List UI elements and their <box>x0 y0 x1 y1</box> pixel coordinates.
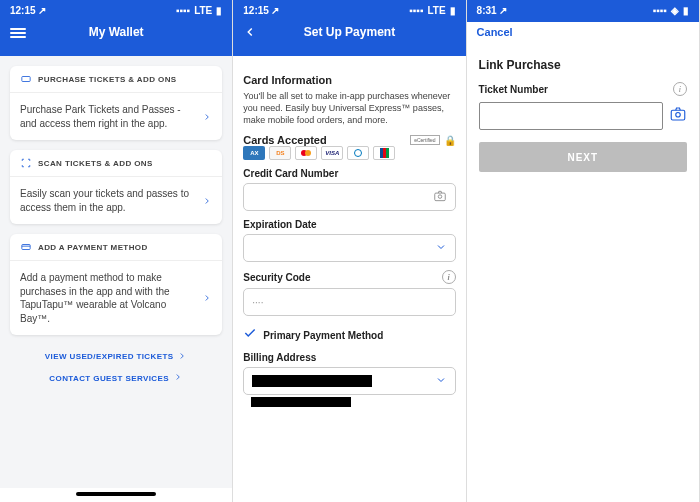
location-icon: ↗ <box>499 5 507 16</box>
cc-label: Credit Card Number <box>243 168 338 179</box>
screen-set-up-payment: 12:15↗ ▪▪▪▪LTE▮ Set Up Payment Card Info… <box>233 0 466 502</box>
chevron-right-icon <box>202 108 212 126</box>
view-expired-link[interactable]: VIEW USED/EXPIRED TICKETS <box>45 347 188 367</box>
scan-icon <box>20 158 32 168</box>
status-bar: 8:31↗ ▪▪▪▪◈▮ <box>467 0 699 18</box>
page-title: My Wallet <box>89 25 144 39</box>
content: Link Purchase Ticket Number i NEXT <box>467 42 699 182</box>
lock-icon: 🔒 <box>444 135 456 146</box>
primary-label: Primary Payment Method <box>263 330 383 341</box>
discover-icon: DS <box>269 146 291 160</box>
status-bar: 12:15↗ ▪▪▪▪LTE▮ <box>233 0 465 18</box>
content: Card Information You'll be all set to ma… <box>233 56 465 502</box>
exp-input[interactable] <box>243 234 455 262</box>
ticket-number-input[interactable] <box>479 102 663 130</box>
signal-icon: ▪▪▪▪ <box>409 5 423 16</box>
sec-input[interactable]: ···· <box>243 288 455 316</box>
card-title: SCAN TICKETS & ADD ONS <box>38 159 153 168</box>
battery-icon: ▮ <box>450 5 456 16</box>
wifi-icon: ◈ <box>671 5 679 16</box>
svg-rect-3 <box>434 194 445 202</box>
battery-icon: ▮ <box>216 5 222 16</box>
status-time: 8:31 <box>477 5 497 16</box>
svg-rect-0 <box>22 77 30 82</box>
card-desc: Add a payment method to make purchases i… <box>20 271 196 325</box>
primary-payment-checkbox[interactable]: Primary Payment Method <box>243 326 455 344</box>
page-title: Link Purchase <box>479 58 687 72</box>
status-time: 12:15 <box>243 5 269 16</box>
section-title: Card Information <box>243 74 455 86</box>
network-label: LTE <box>194 5 212 16</box>
redacted-text <box>252 375 372 387</box>
mastercard-icon <box>295 146 317 160</box>
header: 12:15↗ ▪▪▪▪LTE▮ My Wallet <box>0 0 232 56</box>
svg-rect-1 <box>22 245 30 250</box>
signal-icon: ▪▪▪▪ <box>176 5 190 16</box>
signal-icon: ▪▪▪▪ <box>653 5 667 16</box>
card-add-payment[interactable]: ADD A PAYMENT METHOD Add a payment metho… <box>10 234 222 335</box>
screen-link-purchase: 8:31↗ ▪▪▪▪◈▮ Cancel Link Purchase Ticket… <box>467 0 700 502</box>
section-desc: You'll be all set to make in-app purchas… <box>243 90 455 126</box>
jcb-icon <box>373 146 395 160</box>
home-indicator[interactable] <box>76 492 156 496</box>
card-purchase-tickets[interactable]: PURCHASE TICKETS & ADD ONS Purchase Park… <box>10 66 222 140</box>
redacted-text <box>251 397 351 407</box>
chevron-right-icon <box>173 372 183 384</box>
location-icon: ↗ <box>38 5 46 16</box>
card-desc: Purchase Park Tickets and Passes - and a… <box>20 103 196 130</box>
visa-icon: VISA <box>321 146 343 160</box>
ticket-icon <box>20 74 32 84</box>
status-time: 12:15 <box>10 5 36 16</box>
chevron-right-icon <box>202 289 212 307</box>
info-icon[interactable]: i <box>673 82 687 96</box>
cancel-button[interactable]: Cancel <box>477 26 513 38</box>
back-button[interactable] <box>243 25 257 39</box>
certified-badge: eCertified <box>410 135 439 145</box>
status-bar: 12:15↗ ▪▪▪▪LTE▮ <box>0 0 232 18</box>
svg-point-6 <box>676 113 681 118</box>
billing-select[interactable] <box>243 367 455 395</box>
cards-accepted-label: Cards Accepted <box>243 134 326 146</box>
cc-input[interactable] <box>243 183 455 211</box>
content: PURCHASE TICKETS & ADD ONS Purchase Park… <box>0 56 232 488</box>
contact-services-link[interactable]: CONTACT GUEST SERVICES <box>49 368 183 388</box>
battery-icon: ▮ <box>683 5 689 16</box>
billing-label: Billing Address <box>243 352 316 363</box>
screen-my-wallet: 12:15↗ ▪▪▪▪LTE▮ My Wallet PURCHASE TICKE… <box>0 0 233 502</box>
header: 12:15↗ ▪▪▪▪LTE▮ Set Up Payment <box>233 0 465 56</box>
card-icon <box>20 242 32 252</box>
card-scan-tickets[interactable]: SCAN TICKETS & ADD ONS Easily scan your … <box>10 150 222 224</box>
location-icon: ↗ <box>271 5 279 16</box>
sec-label: Security Code <box>243 272 310 283</box>
network-label: LTE <box>427 5 445 16</box>
info-icon[interactable]: i <box>442 270 456 284</box>
chevron-down-icon <box>435 372 447 390</box>
diners-icon <box>347 146 369 160</box>
check-icon <box>243 326 257 344</box>
exp-label: Expiration Date <box>243 219 316 230</box>
ticket-number-label: Ticket Number <box>479 84 548 95</box>
camera-icon[interactable] <box>433 189 447 205</box>
hamburger-icon <box>10 26 26 38</box>
card-title: PURCHASE TICKETS & ADD ONS <box>38 75 177 84</box>
card-brands: AX DS VISA <box>243 146 455 160</box>
chevron-right-icon <box>202 192 212 210</box>
next-button[interactable]: NEXT <box>479 142 687 172</box>
scan-camera-button[interactable] <box>669 105 687 127</box>
page-title: Set Up Payment <box>304 25 395 39</box>
svg-point-4 <box>438 195 442 199</box>
svg-rect-5 <box>671 110 685 120</box>
chevron-right-icon <box>177 351 187 363</box>
card-title: ADD A PAYMENT METHOD <box>38 243 148 252</box>
chevron-down-icon <box>435 241 447 255</box>
card-desc: Easily scan your tickets and passes to a… <box>20 187 196 214</box>
amex-icon: AX <box>243 146 265 160</box>
sec-placeholder: ···· <box>252 297 263 308</box>
menu-button[interactable] <box>10 26 26 38</box>
